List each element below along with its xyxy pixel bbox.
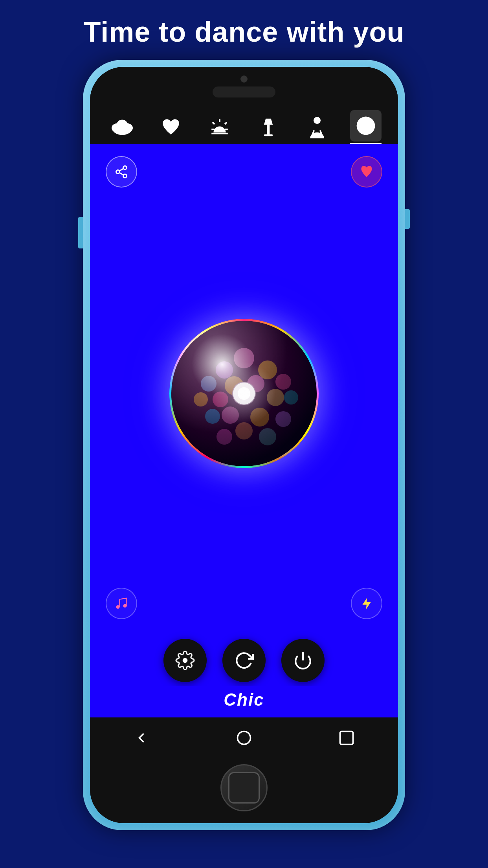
svg-point-28 [201, 376, 216, 392]
svg-point-19 [123, 174, 127, 178]
music-button[interactable] [106, 588, 137, 619]
disco-ball-container [169, 199, 319, 588]
svg-point-37 [250, 408, 269, 427]
icon-sunrise[interactable] [204, 112, 235, 143]
svg-rect-12 [264, 134, 273, 136]
sunrise-icon [209, 117, 230, 138]
icon-lamp-wrap [253, 112, 284, 143]
svg-point-16 [357, 117, 375, 135]
svg-point-39 [275, 411, 291, 427]
svg-line-20 [119, 173, 123, 175]
svg-point-32 [194, 392, 208, 406]
svg-point-45 [238, 387, 250, 400]
refresh-button[interactable] [222, 639, 266, 682]
lamp-icon [258, 116, 279, 139]
favorite-button[interactable] [351, 156, 382, 188]
svg-marker-10 [264, 118, 273, 125]
svg-point-40 [235, 422, 253, 440]
home-button-inner [228, 772, 260, 804]
page-title: Time to dance with you [84, 16, 405, 48]
svg-line-21 [119, 169, 123, 171]
svg-point-26 [258, 360, 277, 379]
nav-recent-button[interactable] [335, 726, 358, 750]
circle-filled-icon [356, 116, 376, 136]
power-button[interactable] [281, 639, 325, 682]
svg-point-46 [116, 605, 120, 609]
svg-point-29 [225, 376, 244, 395]
phone-top-bar [90, 67, 398, 103]
svg-point-44 [233, 383, 255, 405]
svg-point-49 [183, 658, 188, 663]
settings-button[interactable] [163, 639, 207, 682]
svg-point-35 [232, 382, 256, 405]
nav-back-button[interactable] [130, 726, 153, 750]
bottom-controls [90, 631, 398, 686]
android-nav-bar [90, 717, 398, 758]
power-button-right[interactable] [405, 209, 410, 229]
svg-point-3 [116, 120, 128, 131]
share-button[interactable] [106, 156, 137, 188]
svg-line-7 [213, 122, 215, 124]
svg-point-18 [116, 170, 120, 174]
icon-lamp[interactable] [253, 112, 284, 143]
svg-point-17 [123, 166, 127, 169]
svg-point-41 [216, 429, 232, 445]
speaker-bar [213, 86, 275, 97]
svg-point-25 [216, 361, 233, 379]
icon-person-wrap [301, 112, 333, 143]
heart-icon [161, 117, 181, 138]
disco-ball [169, 319, 319, 468]
home-button[interactable] [220, 764, 268, 811]
phone-home-area [90, 758, 398, 823]
top-actions [90, 144, 398, 199]
svg-point-42 [259, 428, 276, 445]
svg-point-38 [205, 409, 220, 424]
app-screen: Chic [90, 144, 398, 717]
svg-point-31 [284, 390, 298, 405]
svg-point-22 [171, 321, 317, 466]
clouds-icon [110, 118, 134, 137]
icon-sunrise-wrap [204, 112, 235, 143]
volume-button-left[interactable] [78, 217, 83, 248]
svg-point-30 [247, 375, 264, 392]
camera-dot [240, 75, 248, 83]
svg-point-27 [275, 374, 291, 390]
side-actions [90, 588, 398, 631]
icon-heart[interactable] [155, 112, 187, 143]
svg-rect-52 [340, 732, 353, 745]
svg-point-36 [222, 406, 239, 424]
icon-heart-wrap [155, 112, 187, 143]
icon-clouds-wrap [106, 112, 138, 143]
svg-line-5 [225, 122, 227, 124]
lightning-button[interactable] [351, 588, 382, 619]
svg-rect-11 [267, 125, 270, 134]
icon-clouds[interactable] [106, 112, 138, 143]
icon-person[interactable] [301, 112, 333, 143]
svg-point-51 [237, 732, 250, 745]
svg-point-24 [234, 348, 254, 368]
app-label: Chic [90, 686, 398, 717]
nav-home-button[interactable] [232, 726, 256, 750]
svg-point-43 [171, 321, 317, 466]
phone-frame: Chic [83, 60, 405, 830]
icon-circle[interactable] [350, 110, 382, 142]
phone-screen: Chic [90, 67, 398, 823]
svg-point-34 [267, 389, 284, 406]
icon-circle-wrap [350, 110, 382, 144]
svg-point-13 [314, 117, 321, 124]
svg-point-47 [123, 604, 127, 608]
svg-point-23 [171, 321, 317, 466]
svg-marker-48 [363, 598, 371, 609]
svg-point-33 [213, 392, 228, 407]
person-icon [307, 116, 327, 138]
app-icon-bar [90, 103, 398, 144]
